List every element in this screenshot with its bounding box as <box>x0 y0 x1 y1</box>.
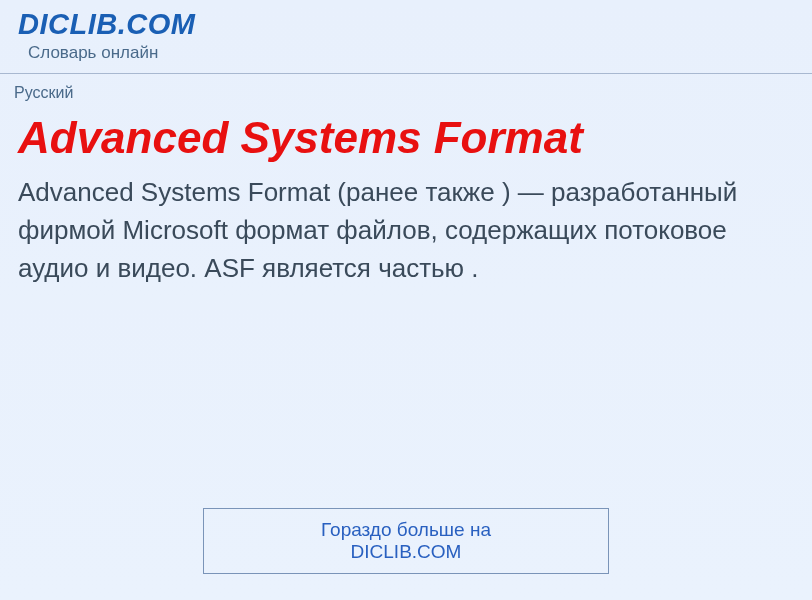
footer: Гораздо больше на DICLIB.COM <box>203 508 609 574</box>
cta-more-button[interactable]: Гораздо больше на DICLIB.COM <box>203 508 609 574</box>
language-label[interactable]: Русский <box>0 74 812 106</box>
site-subtitle: Словарь онлайн <box>28 43 812 63</box>
article-content: Advanced Systems Format Advanced Systems… <box>0 106 812 287</box>
site-title[interactable]: DICLIB.COM <box>18 8 812 41</box>
article-body: Advanced Systems Format (ранее также ) —… <box>18 174 794 287</box>
site-header: DICLIB.COM Словарь онлайн <box>0 0 812 67</box>
article-title: Advanced Systems Format <box>18 114 794 162</box>
